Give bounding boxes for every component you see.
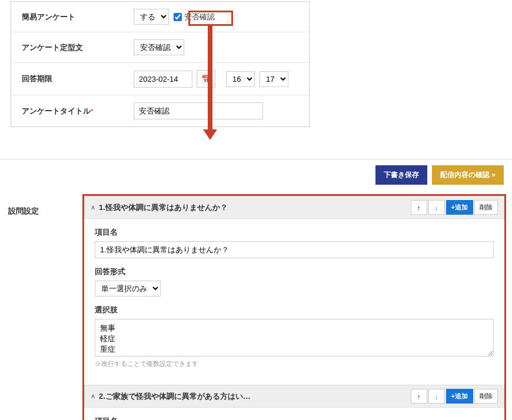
settings-label: 設問設定 (6, 194, 82, 420)
answer-format-select-1[interactable]: 単一選択のみ (95, 281, 161, 296)
row-title: アンケートタイトル* (11, 95, 309, 126)
choices-textarea-1[interactable] (95, 319, 494, 356)
choices-label-1: 選択肢 (95, 305, 494, 315)
settings-body: ∧ 1.怪我や体調に異常はありませんか？ ↑ ↓ +追加 削除 項目名 (82, 194, 506, 420)
settings-wrap: 設問設定 ∧ 1.怪我や体調に異常はありませんか？ ↑ ↓ +追加 削除 項目名 (0, 191, 512, 420)
row-template: アンケート定型文 安否確認 (11, 32, 309, 63)
answer-format-label-1: 回答形式 (95, 266, 494, 277)
item-name-label-1: 項目名 (95, 227, 494, 238)
question-header-1[interactable]: ∧ 1.怪我や体調に異常はありませんか？ ↑ ↓ +追加 削除 (84, 196, 504, 219)
move-up-button[interactable]: ↑ (411, 389, 427, 404)
confirm-button[interactable]: 配信内容の確認 » (432, 165, 504, 185)
save-draft-button[interactable]: 下書き保存 (375, 165, 427, 185)
add-question-button[interactable]: +追加 (446, 200, 473, 215)
question-title-1: 1.怪我や体調に異常はありませんか？ (99, 202, 411, 213)
label-deadline: 回答期限 (22, 74, 134, 84)
calendar-icon: 📅 (201, 75, 211, 84)
question-block-2: ∧ 2.ご家族で怪我や体調に異常がある方はい… ↑ ↓ +追加 削除 項目名 (84, 385, 504, 420)
move-up-button[interactable]: ↑ (411, 200, 427, 215)
question-title-2: 2.ご家族で怪我や体調に異常がある方はい… (99, 391, 411, 402)
required-mark: * (91, 108, 93, 115)
arrow-head-annotation (203, 129, 217, 140)
question-header-2[interactable]: ∧ 2.ご家族で怪我や体調に異常がある方はい… ↑ ↓ +追加 削除 (84, 385, 504, 408)
select-template[interactable]: 安否確認 (134, 39, 184, 55)
calendar-button[interactable]: 📅 (197, 70, 215, 88)
add-question-button[interactable]: +追加 (446, 389, 473, 404)
delete-question-button[interactable]: 削除 (474, 200, 498, 215)
label-template: アンケート定型文 (22, 42, 134, 53)
question-body-2: 項目名 回答形式 (84, 408, 504, 420)
lower-section: 下書き保存 配信内容の確認 » 設問設定 ∧ 1.怪我や体調に異常はありませんか… (0, 159, 512, 420)
row-simple-survey: 簡易アンケート する 安否確認 (11, 2, 309, 32)
select-deadline-hour[interactable]: 16 (226, 71, 255, 87)
label-simple-survey: 簡易アンケート (22, 12, 134, 22)
item-name-label-2: 項目名 (95, 416, 494, 420)
item-name-input-1[interactable] (95, 241, 494, 258)
question-block-1: ∧ 1.怪我や体調に異常はありませんか？ ↑ ↓ +追加 削除 項目名 (84, 196, 504, 385)
select-simple-survey[interactable]: する (134, 9, 169, 25)
move-down-button[interactable]: ↓ (428, 200, 445, 215)
chevron-icon: ∧ (91, 392, 95, 400)
button-bar: 下書き保存 配信内容の確認 » (0, 159, 512, 191)
input-title[interactable] (134, 102, 263, 119)
label-title: アンケートタイトル* (22, 106, 134, 116)
question-body-1: 項目名 回答形式 単一選択のみ 選択肢 ※改行することで複数設定できます (84, 219, 504, 385)
input-deadline-date[interactable] (134, 71, 192, 88)
select-deadline-minute[interactable]: 17 (260, 71, 288, 87)
checkbox-safety-label: 安否確認 (184, 12, 215, 22)
row-deadline: 回答期限 📅 16 17 (11, 63, 309, 95)
move-down-button[interactable]: ↓ (428, 389, 445, 404)
top-form-panel: 簡易アンケート する 安否確認 アンケート定型文 安否確認 回答期限 📅 16 … (11, 1, 310, 127)
chevron-icon: ∧ (91, 204, 95, 211)
delete-question-button[interactable]: 削除 (474, 389, 498, 404)
choices-hint-1: ※改行することで複数設定できます (95, 359, 494, 368)
checkbox-safety[interactable] (174, 13, 182, 21)
